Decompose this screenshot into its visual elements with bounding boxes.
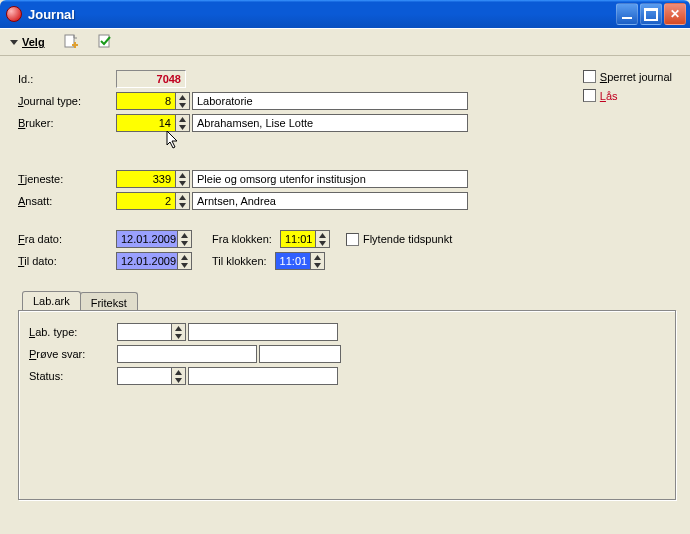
prove-svar-label: Prøve svar: xyxy=(29,348,117,360)
fra-dato-input[interactable]: 12.01.2009 xyxy=(116,230,178,248)
lab-type-label: Lab. type: xyxy=(29,326,117,338)
id-value: 7048 xyxy=(116,70,186,88)
velg-menu[interactable]: Velg xyxy=(10,36,45,48)
tab-panel-labark: Lab. type: Prøve svar: Status: xyxy=(18,310,676,500)
ansatt-desc: Arntsen, Andrea xyxy=(192,192,468,210)
fra-klokken-spinner[interactable] xyxy=(316,230,330,248)
sperret-journal-label: Sperret journal xyxy=(600,71,672,83)
lab-type-spinner[interactable] xyxy=(172,323,186,341)
flytende-checkbox[interactable]: Flytende tidspunkt xyxy=(346,233,452,246)
document-plus-icon xyxy=(63,34,79,50)
prove-svar-input[interactable] xyxy=(117,345,257,363)
fra-dato-label: Fra dato: xyxy=(18,233,116,245)
journal-type-input[interactable]: 8 xyxy=(116,92,176,110)
client-area: Sperret journal Lås Id.: 7048 Journal ty… xyxy=(0,56,690,534)
status-desc xyxy=(188,367,338,385)
fra-klokken-label: Fra klokken: xyxy=(212,233,272,245)
id-label: Id.: xyxy=(18,73,116,85)
status-label: Status: xyxy=(29,370,117,382)
journal-type-label: Journal type: xyxy=(18,95,116,107)
tjeneste-input[interactable]: 339 xyxy=(116,170,176,188)
ansatt-spinner[interactable] xyxy=(176,192,190,210)
velg-menu-label: Velg xyxy=(22,36,45,48)
lab-type-desc xyxy=(188,323,338,341)
fra-klokken-input[interactable]: 11:01 xyxy=(280,230,316,248)
tjeneste-spinner[interactable] xyxy=(176,170,190,188)
lab-type-input[interactable] xyxy=(117,323,172,341)
tjeneste-desc: Pleie og omsorg utenfor institusjon xyxy=(192,170,468,188)
til-dato-spinner[interactable] xyxy=(178,252,192,270)
maximize-button[interactable] xyxy=(640,3,662,25)
status-input[interactable] xyxy=(117,367,172,385)
checkbox-box xyxy=(583,70,596,83)
checkbox-box xyxy=(346,233,359,246)
bruker-desc: Abrahamsen, Lise Lotte xyxy=(192,114,468,132)
journal-type-spinner[interactable] xyxy=(176,92,190,110)
til-klokken-input[interactable]: 11:01 xyxy=(275,252,311,270)
title-bar: Journal xyxy=(0,0,690,28)
til-dato-label: Til dato: xyxy=(18,255,116,267)
app-icon xyxy=(6,6,22,22)
tab-labark[interactable]: Lab.ark xyxy=(22,291,81,311)
approve-button[interactable] xyxy=(97,34,113,50)
tab-fritekst[interactable]: Fritekst xyxy=(80,292,138,312)
bruker-label: Bruker: xyxy=(18,117,116,129)
tjeneste-label: Tjeneste: xyxy=(18,173,116,185)
document-check-icon xyxy=(97,34,113,50)
chevron-down-icon xyxy=(10,40,18,45)
ansatt-label: Ansatt: xyxy=(18,195,116,207)
status-spinner[interactable] xyxy=(172,367,186,385)
bruker-spinner[interactable] xyxy=(176,114,190,132)
prove-svar-extra[interactable] xyxy=(259,345,341,363)
journal-type-desc: Laboratorie xyxy=(192,92,468,110)
sperret-journal-checkbox[interactable]: Sperret journal xyxy=(583,70,672,83)
flytende-label: Flytende tidspunkt xyxy=(363,233,452,245)
til-klokken-label: Til klokken: xyxy=(212,255,267,267)
fra-dato-spinner[interactable] xyxy=(178,230,192,248)
minimize-button[interactable] xyxy=(616,3,638,25)
ansatt-input[interactable]: 2 xyxy=(116,192,176,210)
bruker-input[interactable]: 14 xyxy=(116,114,176,132)
til-klokken-spinner[interactable] xyxy=(311,252,325,270)
toolbar: Velg xyxy=(0,28,690,56)
new-document-button[interactable] xyxy=(63,34,79,50)
close-button[interactable] xyxy=(664,3,686,25)
svg-rect-2 xyxy=(74,42,76,48)
til-dato-input[interactable]: 12.01.2009 xyxy=(116,252,178,270)
window-title: Journal xyxy=(28,7,616,22)
